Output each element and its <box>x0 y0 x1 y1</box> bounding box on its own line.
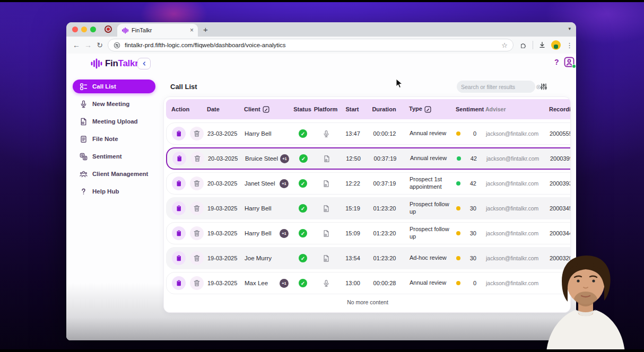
sidebar-item-label: Sentiment <box>92 153 122 160</box>
sidebar-item-call-list[interactable]: Call List <box>73 80 155 93</box>
sentiment-chat-icon <box>79 152 88 161</box>
sentiment-score: 0 <box>473 280 485 286</box>
microphone-icon <box>79 100 88 108</box>
date-cell: 19-03-2025 <box>207 255 244 261</box>
back-button[interactable]: ← <box>71 41 82 49</box>
filter-sliders-icon[interactable] <box>540 83 547 91</box>
extra-participants-badge[interactable]: +1 <box>280 229 289 238</box>
fintalkr-logo: FinTalkr™ <box>91 58 141 69</box>
browser-menu-icon[interactable]: ⋮ <box>566 41 573 49</box>
new-tab-button[interactable]: + <box>203 25 208 34</box>
search-input[interactable] <box>461 84 533 90</box>
client-name: Janet Steel <box>245 180 275 187</box>
extra-participants-badge[interactable]: +1 <box>280 279 289 288</box>
status-complete-icon: ✓ <box>299 279 307 287</box>
delete-button[interactable] <box>190 276 204 290</box>
extra-participants-badge[interactable]: +1 <box>280 154 289 163</box>
client-name: Harry Bell <box>245 130 271 137</box>
client-cell: Harry Bell <box>244 130 293 137</box>
client-cell: Harry Bell <box>244 205 293 212</box>
sidebar-item-label: File Note <box>92 136 118 142</box>
minimize-window-button[interactable] <box>81 27 87 32</box>
platform-cell <box>313 180 340 188</box>
delete-button[interactable] <box>190 127 204 140</box>
column-header-client: Client <box>243 106 292 113</box>
copy-note-button[interactable] <box>172 226 186 240</box>
letterbox-bottom <box>0 349 644 352</box>
close-window-button[interactable] <box>72 27 78 32</box>
url-bar[interactable]: fintalkr-prd.fifth-logic.com/fliqweb/das… <box>108 39 514 51</box>
delete-button[interactable] <box>190 201 204 215</box>
file-icon <box>323 254 330 262</box>
copy-note-button[interactable] <box>172 201 186 215</box>
file-icon <box>323 230 330 237</box>
sidebar-item-new-meeting[interactable]: New Meeting <box>73 97 155 111</box>
recording-id-cell: 2000344 <box>550 230 571 236</box>
reload-button[interactable]: ↻ <box>94 41 106 49</box>
client-name: Harry Bell <box>245 230 271 236</box>
sidebar-item-label: Meeting Upload <box>92 118 138 125</box>
table-row[interactable]: 20-03-2025 Janet Steel +1 ✓ 12:22 00:37:… <box>166 172 571 195</box>
waveform-logo-icon <box>91 58 102 69</box>
tab-close-icon[interactable]: × <box>190 27 194 33</box>
table-row[interactable]: 19-03-2025 Harry Bell +1 ✓ 15:09 01:23:2… <box>166 222 571 244</box>
date-cell: 19-03-2025 <box>207 280 244 286</box>
copy-note-button[interactable] <box>172 251 186 265</box>
call-list-icon <box>79 82 88 91</box>
table-row[interactable]: 19-03-2025 Joe Murry ✓ 13:54 01:23:20 Ad… <box>166 247 571 269</box>
sidebar-item-file-note[interactable]: File Note <box>73 132 155 146</box>
url-text[interactable]: fintalkr-prd.fifth-logic.com/fliqweb/das… <box>125 42 497 48</box>
sidebar-collapse-button[interactable] <box>137 58 151 69</box>
adviser-cell: jackson@fintalkr.com <box>485 180 550 187</box>
duration-cell: 00:37:19 <box>366 180 403 187</box>
recording-indicator-icon[interactable] <box>105 25 112 33</box>
delete-button[interactable] <box>190 251 204 265</box>
status-cell: ✓ <box>293 254 313 262</box>
forward-button[interactable]: → <box>82 41 94 49</box>
copy-note-button[interactable] <box>172 276 186 290</box>
sentiment-score: 30 <box>470 230 485 236</box>
table-row[interactable]: 19-03-2025 Max Lee +1 ✓ 13:00 00:00:28 A… <box>166 272 571 294</box>
copy-note-button[interactable] <box>172 127 186 140</box>
tab-search-chevron-icon[interactable]: ▾ <box>568 26 571 31</box>
site-info-icon[interactable] <box>114 42 120 49</box>
edit-column-icon[interactable] <box>263 106 269 113</box>
duration-cell: 00:00:28 <box>366 280 403 286</box>
sidebar-item-sentiment[interactable]: Sentiment <box>73 149 155 163</box>
logo-talkr: Talkr <box>118 58 138 68</box>
people-icon <box>79 170 88 178</box>
table-row[interactable]: 20-03-2025 Bruice Steel +1 ✓ 12:50 00:37… <box>166 147 571 170</box>
copy-note-button[interactable] <box>172 177 186 190</box>
download-icon[interactable] <box>538 41 546 49</box>
search-box[interactable]: ⊗ <box>457 81 535 93</box>
bookmark-star-icon[interactable]: ☆ <box>501 41 508 49</box>
date-cell: 23-03-2025 <box>207 130 244 137</box>
extensions-icon[interactable] <box>520 41 527 49</box>
sentiment-score: 42 <box>471 155 485 162</box>
row-actions <box>167 251 207 265</box>
client-cell: Harry Bell +1 <box>244 230 293 236</box>
delete-button[interactable] <box>190 177 204 190</box>
sidebar-item-client-management[interactable]: Client Management <box>73 167 155 181</box>
copy-note-button[interactable] <box>172 152 186 165</box>
browser-profile-avatar[interactable] <box>551 40 561 50</box>
sidebar-item-meeting-upload[interactable]: Meeting Upload <box>73 115 155 128</box>
browser-tab[interactable]: FinTalkr × <box>117 24 198 37</box>
table-row[interactable]: 19-03-2025 Harry Bell ✓ 15:19 01:23:20 P… <box>166 197 571 219</box>
edit-column-icon[interactable] <box>424 106 431 113</box>
delete-button[interactable] <box>190 226 204 240</box>
type-cell: Annual review <box>403 279 453 287</box>
toolbar-divider <box>533 41 533 49</box>
fullscreen-window-button[interactable] <box>90 27 96 32</box>
table-row[interactable]: 23-03-2025 Harry Bell ✓ 13:47 00:00:12 A… <box>166 122 571 145</box>
extra-participants-badge[interactable]: +1 <box>280 179 289 188</box>
sentiment-dot <box>456 131 460 136</box>
sentiment-cell: 0 <box>453 280 485 286</box>
help-button[interactable]: ? <box>554 58 559 66</box>
client-cell: Joe Murry <box>244 255 293 261</box>
sidebar-item-label: Help Hub <box>92 188 119 195</box>
delete-button[interactable] <box>190 152 204 165</box>
user-profile-button[interactable] <box>564 57 575 67</box>
column-header-status: Status <box>292 106 312 113</box>
sidebar-item-help-hub[interactable]: Help Hub <box>73 184 155 198</box>
